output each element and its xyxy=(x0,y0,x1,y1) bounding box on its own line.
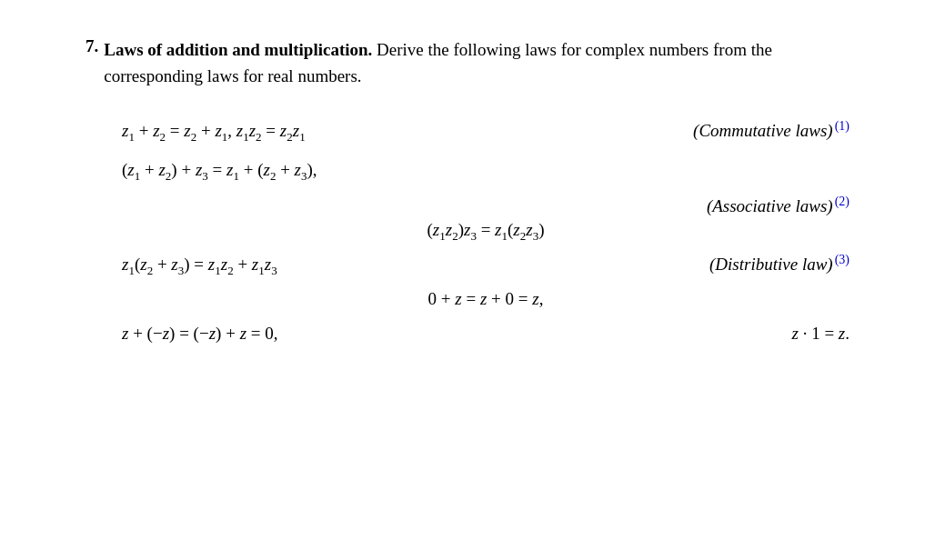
identity-add-row: 0 + z = z + 0 = z, xyxy=(122,289,850,309)
problem-title: Laws of addition and multiplication. Der… xyxy=(104,36,850,90)
associative-row1: (z1 + z2) + z3 = z1 + (z2 + z3), xyxy=(122,155,850,185)
identity-mul-eq: z · 1 = z. xyxy=(791,318,850,348)
inverse-add-eq: z + (−z) = (−z) + z = 0, xyxy=(122,318,278,348)
commutative-eq: z1 + z2 = z2 + z1, z1z2 = z2z1 xyxy=(122,115,306,145)
equations-block: z1 + z2 = z2 + z1, z1z2 = z2z1 (Commutat… xyxy=(122,115,850,348)
problem-header: 7. Laws of addition and multiplication. … xyxy=(85,36,850,90)
associative-label-row: (Associative laws)(2) xyxy=(122,195,850,216)
problem-title-bold: Laws of addition and multiplication. xyxy=(104,40,372,59)
associative-ref: (2) xyxy=(835,195,850,208)
distributive-eq: z1(z2 + z3) = z1z2 + z1z3 xyxy=(122,249,277,279)
commutative-ref: (1) xyxy=(835,119,850,133)
associative-row2: (z1z2)z3 = z1(z2z3) xyxy=(122,220,850,240)
associative-eq2: (z1z2)z3 = z1(z2z3) xyxy=(427,220,545,240)
inverse-identity-row: z + (−z) = (−z) + z = 0, z · 1 = z. xyxy=(122,318,850,348)
distributive-ref: (3) xyxy=(835,253,850,266)
identity-add-eq: 0 + z = z + 0 = z, xyxy=(428,289,544,309)
associative-eq1: (z1 + z2) + z3 = z1 + (z2 + z3), xyxy=(122,160,317,179)
commutative-label: (Commutative laws)(1) xyxy=(693,115,850,146)
distributive-label: (Distributive law)(3) xyxy=(709,249,850,280)
page-container: 7. Laws of addition and multiplication. … xyxy=(58,0,877,394)
commutative-row: z1 + z2 = z2 + z1, z1z2 = z2z1 (Commutat… xyxy=(122,115,850,146)
associative-label: (Associative laws)(2) xyxy=(707,195,850,216)
problem-number: 7. xyxy=(85,36,98,56)
distributive-row: z1(z2 + z3) = z1z2 + z1z3 (Distributive … xyxy=(122,249,850,280)
